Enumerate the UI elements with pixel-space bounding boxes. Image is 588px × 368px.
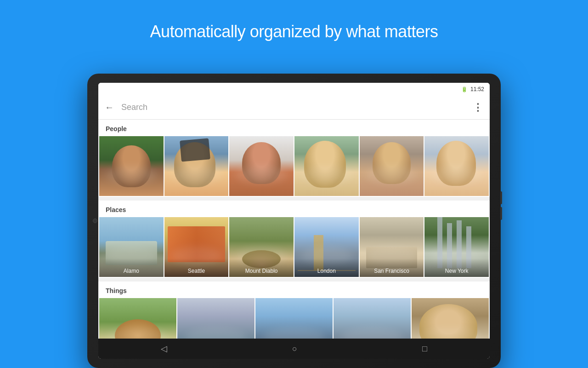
- person-photo-5[interactable]: [360, 136, 424, 196]
- tablet-bezel: 🔋 11:52 ← Search ⋮ People: [87, 74, 501, 368]
- place-photo-new-york[interactable]: New York: [424, 217, 489, 277]
- things-section-label: Things: [98, 282, 490, 298]
- page-headline: Automatically organized by what matters: [0, 0, 588, 41]
- place-label-alamo: Alamo: [99, 259, 164, 277]
- place-photo-seattle[interactable]: Seattle: [164, 217, 229, 277]
- more-menu-button[interactable]: ⋮: [473, 102, 483, 114]
- nav-back-button[interactable]: ◁: [161, 344, 167, 354]
- people-section-label: People: [98, 120, 490, 136]
- thing-photo-4[interactable]: [334, 298, 411, 339]
- search-bar[interactable]: ← Search ⋮: [98, 96, 490, 120]
- tablet-device: 🔋 11:52 ← Search ⋮ People: [87, 74, 501, 368]
- content-area: People: [98, 120, 490, 339]
- thing-photo-5[interactable]: [412, 298, 489, 339]
- thing-photo-3[interactable]: [255, 298, 333, 339]
- status-time: 11:52: [470, 86, 484, 92]
- tablet-screen: 🔋 11:52 ← Search ⋮ People: [98, 83, 490, 359]
- thing-photo-1[interactable]: [99, 298, 176, 339]
- places-photo-row: Alamo Seattle Mount Diablo: [98, 217, 490, 278]
- nav-recent-button[interactable]: □: [422, 344, 427, 354]
- place-photo-london[interactable]: London: [294, 217, 359, 277]
- person-photo-6[interactable]: [424, 136, 489, 196]
- places-section-label: Places: [98, 201, 490, 217]
- place-label-san-francisco: San Francisco: [360, 259, 424, 277]
- people-photo-row: [98, 136, 490, 197]
- navigation-bar: ◁ ○ □: [98, 339, 490, 359]
- person-photo-1[interactable]: [99, 136, 164, 196]
- person-photo-3[interactable]: [229, 136, 294, 196]
- person-photo-2[interactable]: [164, 136, 229, 196]
- tablet-buttons: [500, 191, 502, 220]
- place-photo-mount-diablo[interactable]: Mount Diablo: [229, 217, 294, 277]
- nav-home-button[interactable]: ○: [292, 344, 297, 354]
- place-label-new-york: New York: [424, 259, 489, 277]
- section-divider-2: [98, 278, 490, 282]
- place-label-mount-diablo: Mount Diablo: [229, 259, 294, 277]
- place-label-seattle: Seattle: [164, 259, 229, 277]
- place-photo-alamo[interactable]: Alamo: [99, 217, 164, 277]
- place-label-london: London: [294, 259, 359, 277]
- place-photo-san-francisco[interactable]: San Francisco: [360, 217, 424, 277]
- section-divider-1: [98, 197, 490, 201]
- person-photo-4[interactable]: [294, 136, 359, 196]
- tablet-camera: [93, 218, 97, 223]
- back-button[interactable]: ←: [105, 102, 114, 113]
- things-photo-row: [98, 298, 490, 339]
- status-bar: 🔋 11:52: [98, 83, 490, 96]
- battery-icon: 🔋: [461, 86, 468, 92]
- search-input[interactable]: Search: [121, 103, 465, 112]
- thing-photo-2[interactable]: [177, 298, 254, 339]
